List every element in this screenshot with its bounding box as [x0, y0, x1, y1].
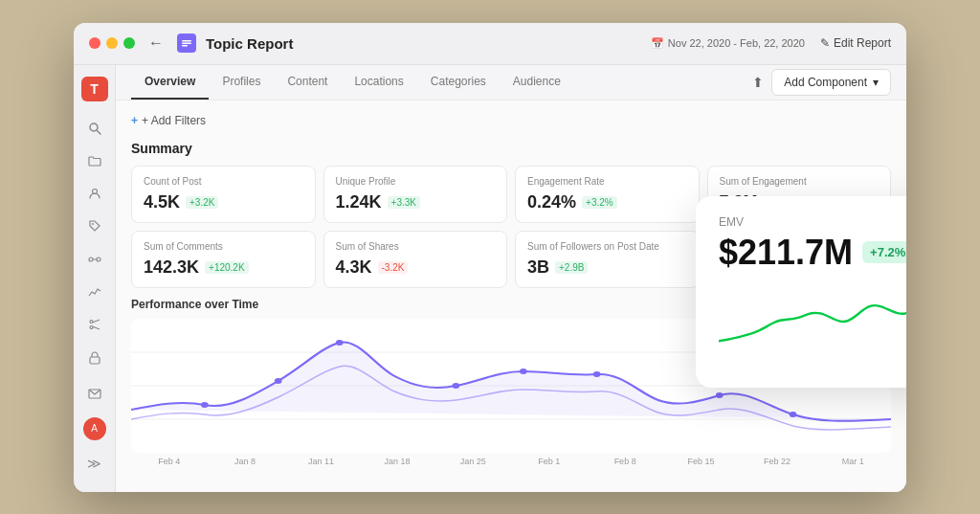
sidebar: T	[74, 65, 116, 492]
filters-row: + + Add Filters	[131, 114, 891, 127]
topic-icon	[177, 34, 196, 53]
sidebar-bottom: A ≫	[83, 343, 106, 480]
edit-report-button[interactable]: ✎ Edit Report	[820, 36, 891, 50]
chart-xaxis: Feb 4 Jan 8 Jan 11 Jan 18 Jan 25 Feb 1 F…	[131, 453, 891, 466]
stat-card-sum-followers: Sum of Followers on Post Date 3B +2.9B	[515, 231, 700, 288]
mac-window: ← Topic Report 📅 Nov 22, 2020 - Feb, 22,…	[74, 23, 906, 492]
tab-content[interactable]: Content	[274, 65, 341, 100]
summary-title: Summary	[131, 141, 891, 156]
sidebar-item-scissors[interactable]	[74, 309, 115, 342]
traffic-light-green[interactable]	[123, 37, 135, 49]
svg-rect-0	[182, 40, 191, 42]
tab-overview[interactable]: Overview	[131, 65, 209, 100]
emv-label: EMV	[719, 215, 906, 229]
x-label-jan18: Jan 18	[359, 457, 434, 466]
x-label-jan8: Jan 8	[207, 457, 282, 466]
tab-categories[interactable]: Categories	[417, 65, 500, 100]
x-label-feb8: Feb 8	[587, 457, 662, 466]
sidebar-item-user[interactable]	[74, 179, 115, 212]
svg-point-21	[336, 340, 344, 346]
sidebar-item-chart[interactable]	[74, 277, 115, 309]
svg-rect-1	[182, 43, 191, 45]
x-label-feb1: Feb 1	[511, 457, 587, 466]
sidebar-item-mail[interactable]	[83, 377, 106, 412]
stat-card-sum-shares: Sum of Shares 4.3K -3.2K	[323, 231, 508, 288]
svg-rect-14	[90, 357, 100, 364]
lock-icon	[89, 351, 100, 368]
traffic-light-yellow[interactable]	[106, 37, 118, 49]
tab-audience[interactable]: Audience	[500, 65, 574, 100]
stat-card-sum-comments: Sum of Comments 142.3K +120.2K	[131, 231, 316, 288]
sidebar-item-folder[interactable]	[74, 145, 115, 178]
sidebar-item-expand[interactable]: ≫	[83, 446, 106, 480]
x-label-jan25: Jan 25	[435, 457, 511, 466]
svg-point-23	[520, 369, 527, 374]
add-component-label: Add Component	[784, 76, 867, 89]
stat-label-unique-profile: Unique Profile	[336, 176, 496, 187]
svg-point-26	[790, 412, 797, 417]
stat-card-engagement-rate: Engagement Rate 0.24% +3.2%	[515, 166, 700, 223]
stat-change-count-post: +3.2K	[186, 196, 218, 209]
svg-point-7	[89, 257, 93, 261]
calendar-icon: 📅	[651, 37, 664, 50]
stat-label-engagement-rate: Engagement Rate	[527, 176, 687, 187]
tabs-right: ⬆ Add Component ▾	[752, 69, 891, 96]
plus-icon: +	[131, 114, 138, 127]
tag-icon	[88, 219, 101, 235]
sidebar-item-tag[interactable]	[74, 212, 115, 244]
svg-point-24	[593, 371, 601, 377]
stat-card-count-post: Count of Post 4.5K +3.2K	[131, 166, 316, 223]
stat-value-unique-profile: 1.24K	[336, 192, 382, 212]
sidebar-logo: T	[81, 77, 108, 102]
main-layout: T	[74, 65, 906, 492]
svg-point-20	[275, 378, 282, 384]
sidebar-item-connections[interactable]	[74, 244, 115, 277]
folder-icon	[88, 154, 101, 170]
svg-line-12	[93, 320, 100, 323]
tab-profiles[interactable]: Profiles	[209, 65, 274, 100]
user-icon	[88, 187, 101, 203]
tab-locations[interactable]: Locations	[341, 65, 416, 100]
chevrons-icon: ≫	[87, 456, 101, 471]
x-label-feb15: Feb 15	[663, 457, 739, 466]
svg-point-11	[90, 325, 93, 328]
svg-point-8	[97, 257, 100, 261]
mail-icon	[88, 387, 101, 402]
sidebar-item-search[interactable]	[74, 113, 115, 145]
svg-point-6	[92, 223, 94, 225]
add-filters-button[interactable]: + + Add Filters	[131, 114, 206, 127]
page-title: Topic Report	[206, 35, 293, 52]
search-icon	[88, 122, 101, 138]
pencil-icon: ✎	[820, 36, 830, 50]
emv-value-row: $211.7M +7.2%	[719, 233, 906, 273]
stat-value-sum-comments: 142.3K	[144, 257, 199, 278]
edit-report-label: Edit Report	[834, 36, 891, 50]
add-filters-label: + Add Filters	[142, 114, 206, 127]
emv-value: $211.7M	[719, 233, 853, 273]
main-content: Overview Profiles Content Locations Cate…	[116, 65, 906, 492]
svg-point-25	[716, 392, 724, 398]
stat-label-sum-followers: Sum of Followers on Post Date	[527, 241, 687, 252]
stat-label-sum-engagement: Sum of Engagement	[720, 176, 880, 187]
svg-line-4	[97, 130, 100, 134]
x-label-feb4: Feb 4	[131, 457, 207, 466]
svg-point-10	[90, 320, 93, 323]
stat-change-unique-profile: +3.3K	[388, 196, 420, 209]
traffic-light-red[interactable]	[89, 37, 100, 49]
emv-change: +7.2%	[862, 241, 906, 263]
sidebar-item-lock[interactable]	[83, 343, 106, 377]
traffic-lights	[89, 37, 135, 49]
svg-point-19	[201, 402, 209, 408]
upload-icon: ⬆	[752, 75, 764, 90]
add-component-button[interactable]: Add Component ▾	[771, 69, 891, 96]
stat-change-sum-shares: -3.2K	[378, 261, 409, 274]
back-button[interactable]: ←	[145, 33, 167, 54]
stat-value-sum-followers: 3B	[527, 257, 549, 278]
date-range: 📅 Nov 22, 2020 - Feb, 22, 2020	[651, 37, 805, 50]
x-label-mar1: Mar 1	[815, 457, 891, 466]
stat-value-sum-shares: 4.3K	[336, 257, 372, 278]
stat-value-engagement-rate: 0.24%	[527, 192, 576, 212]
sidebar-item-avatar[interactable]: A	[83, 412, 106, 446]
date-range-text: Nov 22, 2020 - Feb, 22, 2020	[668, 37, 805, 49]
nav-tabs: Overview Profiles Content Locations Cate…	[116, 65, 906, 101]
